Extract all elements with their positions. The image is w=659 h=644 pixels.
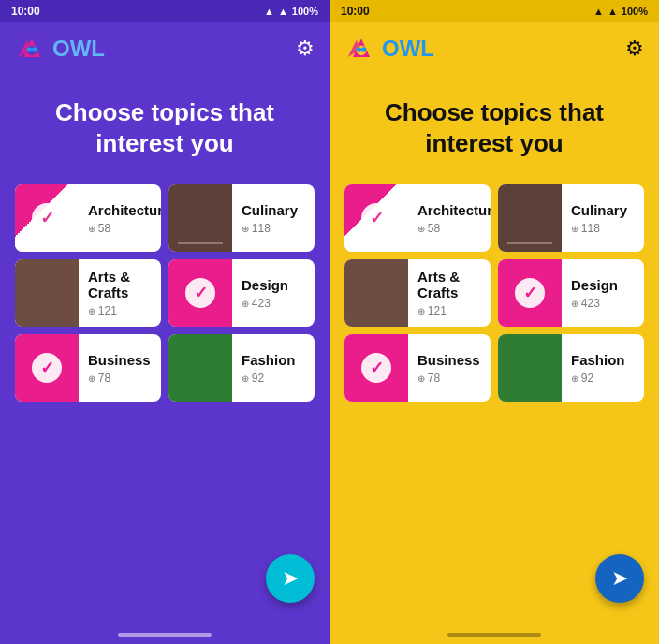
topic-thumbnail bbox=[15, 259, 79, 327]
topic-name: Fashion bbox=[242, 352, 305, 368]
selected-overlay: ✓ bbox=[344, 184, 408, 252]
battery-icon: 100% bbox=[292, 6, 318, 17]
phone-panel-dark: 10:00 ▲ ▲ 100% OWL ⚙ Choose topics that … bbox=[0, 0, 330, 644]
topic-info: Arts & Crafts 121 bbox=[408, 261, 491, 325]
bottom-bar bbox=[0, 625, 330, 644]
selected-overlay: ✓ bbox=[15, 334, 79, 402]
check-icon: ✓ bbox=[370, 358, 384, 378]
topic-count: 118 bbox=[242, 222, 305, 235]
selected-overlay: ✓ bbox=[168, 259, 232, 327]
topic-card-culinary[interactable]: Culinary 118 bbox=[168, 184, 315, 252]
topic-count: 92 bbox=[242, 372, 305, 385]
bottom-bar bbox=[330, 625, 659, 644]
topic-thumbnail: ✓ bbox=[168, 259, 232, 327]
check-icon: ✓ bbox=[523, 283, 537, 303]
status-bar: 10:00 ▲ ▲ 100% bbox=[0, 0, 330, 22]
selected-overlay: ✓ bbox=[344, 334, 408, 402]
topic-card-architecture[interactable]: ✓ Architecture 58 bbox=[344, 184, 491, 252]
topic-card-arts---crafts[interactable]: Arts & Crafts 121 bbox=[344, 259, 491, 327]
topic-info: Fashion 92 bbox=[562, 344, 644, 392]
topic-info: Arts & Crafts 121 bbox=[79, 261, 161, 325]
topic-card-culinary[interactable]: Culinary 118 bbox=[498, 184, 644, 252]
topic-info: Architecture 58 bbox=[408, 195, 491, 242]
topic-thumbnail: ✓ bbox=[344, 184, 408, 252]
topic-info: Business 78 bbox=[408, 344, 491, 392]
status-time: 10:00 bbox=[11, 5, 40, 18]
selected-overlay: ✓ bbox=[498, 259, 562, 327]
settings-icon[interactable]: ⚙ bbox=[296, 37, 315, 61]
home-indicator bbox=[118, 633, 212, 637]
nav-icon: ➤ bbox=[282, 566, 299, 591]
topic-thumbnail bbox=[498, 184, 562, 252]
svg-point-8 bbox=[357, 47, 361, 51]
status-time: 10:00 bbox=[341, 5, 370, 18]
phone-panel-light: 10:00 ▲ ▲ 100% OWL ⚙ Choose topics that … bbox=[330, 0, 659, 644]
check-circle: ✓ bbox=[185, 278, 215, 308]
topic-count: 121 bbox=[417, 304, 481, 317]
topic-count: 92 bbox=[571, 372, 635, 385]
fab-button[interactable]: ➤ bbox=[595, 554, 644, 603]
headline: Choose topics that interest you bbox=[341, 75, 648, 184]
main-content: Choose topics that interest you ✓ Archit… bbox=[0, 75, 330, 625]
topic-info: Business 78 bbox=[79, 344, 161, 392]
topic-info: Culinary 118 bbox=[562, 195, 644, 242]
check-circle: ✓ bbox=[361, 353, 391, 383]
topic-card-fashion[interactable]: Fashion 92 bbox=[498, 334, 644, 402]
topic-card-architecture[interactable]: ✓ Architecture 58 bbox=[15, 184, 161, 252]
topic-count: 118 bbox=[571, 222, 635, 235]
topic-name: Arts & Crafts bbox=[417, 269, 481, 300]
topic-thumbnail bbox=[168, 184, 232, 252]
topic-card-design[interactable]: ✓ Design 423 bbox=[168, 259, 315, 327]
topic-thumbnail: ✓ bbox=[15, 184, 79, 252]
topic-name: Architecture bbox=[88, 202, 161, 218]
topic-count: 58 bbox=[88, 222, 161, 235]
topic-thumbnail bbox=[344, 259, 408, 327]
topic-name: Arts & Crafts bbox=[88, 269, 152, 300]
topic-info: Culinary 118 bbox=[232, 195, 315, 242]
topic-thumbnail: ✓ bbox=[15, 334, 79, 402]
topic-info: Architecture 58 bbox=[79, 195, 161, 242]
wifi-icon: ▲ bbox=[593, 6, 604, 17]
check-icon: ✓ bbox=[194, 283, 208, 303]
check-icon: ✓ bbox=[40, 208, 54, 228]
owl-logo-icon bbox=[344, 32, 378, 66]
check-circle: ✓ bbox=[361, 203, 391, 233]
topic-name: Design bbox=[571, 277, 635, 293]
topic-count: 78 bbox=[88, 372, 152, 385]
topic-count: 121 bbox=[88, 304, 152, 317]
header-bar: OWL ⚙ bbox=[0, 22, 330, 75]
home-indicator bbox=[447, 633, 541, 637]
topic-card-design[interactable]: ✓ Design 423 bbox=[498, 259, 644, 327]
header-bar: OWL ⚙ bbox=[330, 22, 659, 75]
topic-count: 423 bbox=[571, 297, 635, 310]
topic-info: Design 423 bbox=[562, 270, 644, 317]
topic-name: Fashion bbox=[571, 352, 635, 368]
owl-logo-icon bbox=[15, 32, 49, 66]
topic-name: Design bbox=[242, 277, 305, 293]
status-icons: ▲ ▲ 100% bbox=[264, 6, 318, 17]
topic-name: Culinary bbox=[242, 202, 305, 218]
signal-icon: ▲ bbox=[278, 6, 288, 17]
topic-thumbnail: ✓ bbox=[498, 259, 562, 327]
topics-grid: ✓ Architecture 58 Culinary 118 bbox=[341, 184, 648, 402]
topic-thumbnail bbox=[498, 334, 562, 402]
topic-card-fashion[interactable]: Fashion 92 bbox=[168, 334, 315, 402]
battery-icon: 100% bbox=[622, 6, 648, 17]
check-icon: ✓ bbox=[370, 208, 384, 228]
main-content: Choose topics that interest you ✓ Archit… bbox=[330, 75, 659, 625]
fab-button[interactable]: ➤ bbox=[266, 554, 315, 603]
topic-info: Fashion 92 bbox=[232, 344, 315, 392]
topic-card-arts---crafts[interactable]: Arts & Crafts 121 bbox=[15, 259, 161, 327]
settings-icon[interactable]: ⚙ bbox=[625, 37, 644, 61]
wifi-icon: ▲ bbox=[264, 6, 274, 17]
topics-grid: ✓ Architecture 58 Culinary 118 bbox=[11, 184, 318, 402]
logo: OWL bbox=[344, 32, 434, 66]
topic-card-business[interactable]: ✓ Business 78 bbox=[344, 334, 491, 402]
topic-card-business[interactable]: ✓ Business 78 bbox=[15, 334, 161, 402]
headline: Choose topics that interest you bbox=[11, 75, 318, 184]
topic-name: Architecture bbox=[417, 202, 491, 218]
topic-info: Design 423 bbox=[232, 270, 315, 317]
svg-point-4 bbox=[32, 47, 37, 51]
logo: OWL bbox=[15, 32, 105, 66]
topic-count: 58 bbox=[417, 222, 491, 235]
